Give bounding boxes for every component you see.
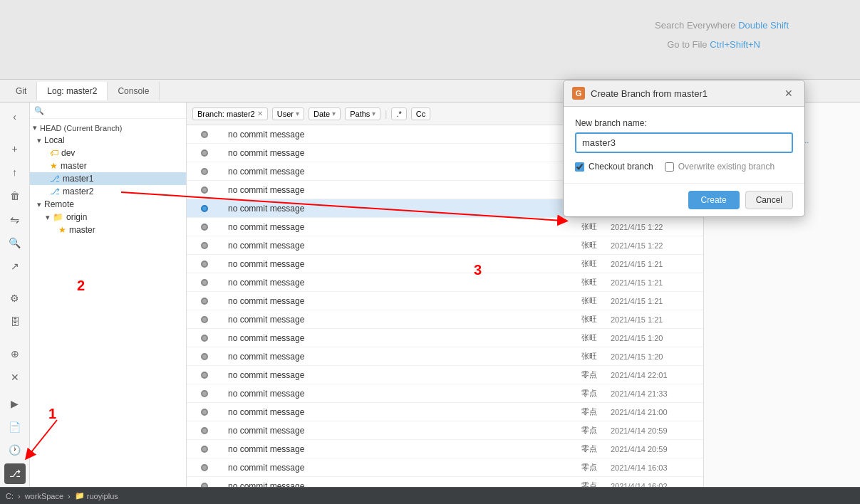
commit-row[interactable]: no commit message 零点 2021/4/14 22:01 [187,366,703,384]
tree-item-remote[interactable]: ▾ Remote [30,198,186,211]
date-filter[interactable]: Date ▾ [309,107,341,120]
commit-dot-col [187,409,222,416]
commit-row[interactable]: no commit message 零点 2021/4/14 16:03 [187,458,703,477]
tab-log-master2[interactable]: Log: master2 [37,82,108,100]
stash-icon[interactable]: 🗄 [4,311,26,332]
dialog-options: Checkout branch Overwrite existing branc… [575,162,793,172]
new-branch-name-input[interactable] [575,132,793,153]
commit-dot-col [187,168,222,175]
commit-author: 零点 [568,462,611,473]
commit-date: 2021/4/15 1:21 [611,297,703,305]
tree-item-local[interactable]: ▾ Local [30,134,186,147]
merge-icon[interactable]: ⇋ [4,209,26,230]
branch-filter[interactable]: Branch: master2 ✕ [192,107,268,120]
commit-date: 2021/4/15 1:21 [611,278,703,287]
dialog-close-button[interactable]: ✕ [782,86,796,100]
commit-dot-col [187,446,222,453]
commit-msg: no commit message [222,463,568,473]
fetch-icon[interactable]: ↑ [4,162,26,183]
tree-item-master1[interactable]: ⎇ master1 [30,172,186,185]
commit-row[interactable]: no commit message 张旺 2021/4/15 1:21 [187,292,703,310]
bottom-path-c[interactable]: C: [6,492,14,500]
commit-dot-col [187,131,222,138]
tree-item-master2[interactable]: ⎇ master2 [30,185,186,198]
commit-row[interactable]: no commit message 张旺 2021/4/15 1:20 [187,329,703,347]
commit-row[interactable]: no commit message 张旺 2021/4/15 1:22 [187,218,703,236]
history-icon[interactable]: 🕐 [4,440,26,461]
commit-dot-col [187,187,222,194]
tree-item-origin[interactable]: ▾ 📁 origin [30,211,186,224]
user-filter[interactable]: User ▾ [272,107,304,120]
commit-msg: no commit message [222,370,568,380]
checkout-checkbox[interactable] [575,162,584,172]
cc-filter[interactable]: Cc [411,107,430,120]
commit-row[interactable]: no commit message 零点 2021/4/14 21:33 [187,384,703,403]
goto-hint: Go to File [667,39,707,50]
delete-icon[interactable]: 🗑 [4,186,26,206]
tree-item-origin-master[interactable]: ★ master [30,224,186,236]
dialog-title-text: Create Branch from master1 [591,88,776,99]
commit-dot-col [187,205,222,212]
branch-dev-label: dev [61,148,75,158]
cherry-pick-icon[interactable]: ⊕ [4,343,26,364]
cancel-button[interactable]: Cancel [745,191,793,209]
commit-row[interactable]: no commit message 张旺 2021/4/15 1:20 [187,347,703,366]
create-button[interactable]: Create [688,191,740,209]
tree-item-head[interactable]: ▾ HEAD (Current Branch) [30,122,186,134]
commit-msg: no commit message [222,241,568,251]
commit-row[interactable]: no commit message 零点 2021/4/14 20:59 [187,421,703,440]
commit-msg: no commit message [222,222,568,232]
play-icon[interactable]: ▶ [4,393,26,414]
git-sidebar-icon[interactable]: ⎇ [4,463,26,484]
search-branches-icon[interactable]: 🔍 [4,233,26,253]
commit-dot-col [187,483,222,488]
branch-master-label: master [61,161,87,171]
tab-git[interactable]: Git [6,82,37,100]
origin-master-label: master [69,225,95,235]
commit-author: 张旺 [568,314,611,325]
tree-item-master[interactable]: ★ master [30,159,186,172]
local-label: Local [44,135,65,145]
bottom-path-project[interactable]: 📁 ruoyiplus [75,491,118,500]
commit-dot-col [187,298,222,305]
branch-search-input[interactable] [47,105,182,115]
log-icon[interactable]: ↗ [4,256,26,277]
commit-date: 2021/4/14 21:33 [611,389,703,398]
left-icon-sidebar: ‹ + ↑ 🗑 ⇋ 🔍 ↗ ⚙ 🗄 ⊕ ✕ ▶ 📄 🕐 ⎇ [0,103,30,487]
commit-row[interactable]: no commit message 张旺 2021/4/15 1:21 [187,273,703,292]
commit-date: 2021/4/15 1:22 [611,241,703,250]
add-branch-icon[interactable]: + [4,139,26,159]
commit-row[interactable]: no commit message 张旺 2021/4/15 1:21 [187,310,703,329]
collapse-icon[interactable]: ‹ [4,107,26,127]
revert-icon[interactable]: ✕ [4,367,26,387]
create-branch-dialog: G Create Branch from master1 ✕ New branc… [563,80,805,217]
commit-author: 零点 [568,388,611,399]
dialog-footer: Create Cancel [564,183,804,216]
settings-icon[interactable]: ⚙ [4,288,26,308]
commit-row[interactable]: no commit message 零点 2021/4/14 20:59 [187,440,703,458]
commit-date: 2021/4/15 1:21 [611,315,703,324]
paths-filter[interactable]: Paths ▾ [345,107,380,120]
commit-dot-col [187,149,222,157]
tab-console[interactable]: Console [108,82,160,100]
bottom-path-workspace[interactable]: workSpace [25,492,63,500]
checkout-branch-option[interactable]: Checkout branch [575,162,653,172]
commit-row[interactable]: no commit message 零点 2021/4/14 16:02 [187,477,703,487]
commit-date: 2021/4/14 22:01 [611,371,703,379]
commit-date: 2021/4/14 21:00 [611,408,703,416]
commit-msg: no commit message [222,389,568,399]
file-icon[interactable]: 📄 [4,416,26,437]
overwrite-checkbox[interactable] [665,162,674,172]
overwrite-branch-option[interactable]: Overwrite existing branch [665,162,774,172]
commit-msg: no commit message [222,315,568,325]
commit-msg: no commit message [222,407,568,417]
commit-dot-col [187,224,222,231]
commit-date: 2021/4/15 1:21 [611,260,703,268]
commit-row[interactable]: no commit message 零点 2021/4/14 21:00 [187,403,703,421]
tree-item-dev[interactable]: 🏷 dev [30,147,186,159]
regex-filter[interactable]: .* [391,107,406,120]
commit-row[interactable]: no commit message 张旺 2021/4/15 1:21 [187,255,703,273]
commit-dot-col [187,335,222,342]
commit-row[interactable]: no commit message 张旺 2021/4/15 1:22 [187,236,703,255]
commit-msg: no commit message [222,278,568,288]
